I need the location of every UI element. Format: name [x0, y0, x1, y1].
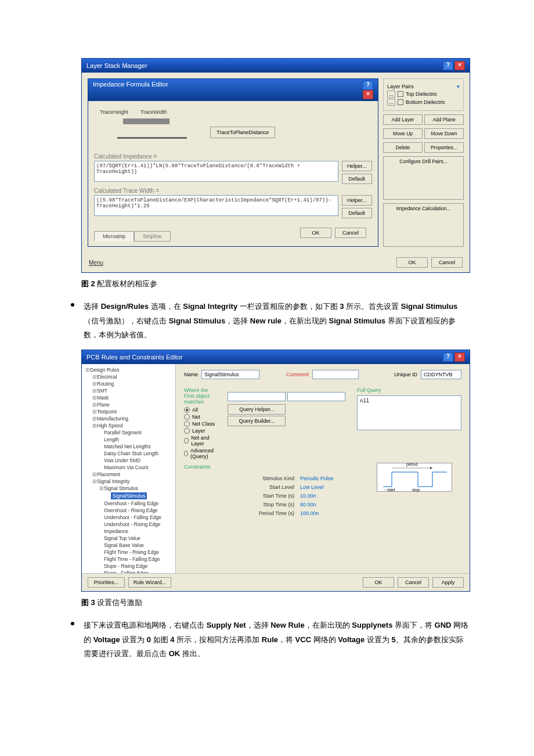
helper-button[interactable]: Helper... — [342, 195, 373, 206]
tree-item[interactable]: Maximum Via Count — [84, 464, 173, 471]
impedance-formula-editor: Impedance Formula Editor ? × TraceHeight… — [88, 78, 378, 247]
apply-button[interactable]: Apply — [432, 577, 464, 588]
scope-input-1[interactable] — [228, 392, 286, 401]
calc-tracewidth-label: Calculated Trace Width = — [94, 188, 372, 194]
query-builder-button[interactable]: Query Builder... — [228, 416, 286, 426]
tree-item-selected: SignalStimulus — [111, 492, 147, 499]
ok-button[interactable]: OK — [363, 577, 394, 588]
outer-title: Layer Stack Manager — [86, 62, 147, 69]
impedance-formula-input[interactable]: (87/SQRT(Er+1.41))*LN(5.98*TraceToPlaneD… — [94, 161, 338, 182]
tree-item[interactable]: Impedance — [84, 528, 173, 535]
default-button[interactable]: Default — [342, 208, 373, 218]
top-dielectric-checkbox[interactable] — [398, 91, 403, 97]
tree-item[interactable]: ⊞High Speed — [84, 422, 173, 429]
tracewidth-formula-input[interactable]: ((5.98*TraceToPlaneDistance/EXP(Characte… — [94, 195, 338, 216]
move-down-button[interactable]: Move Down — [424, 128, 464, 139]
tree-item[interactable]: Slope - Falling Edge — [84, 570, 173, 573]
trace-diagram: TraceHeight TraceWidth TraceToPlaneDista… — [94, 108, 372, 149]
trace-to-plane-button[interactable]: TraceToPlaneDistance — [210, 127, 275, 138]
bullet-icon — [71, 622, 74, 625]
svg-marker-1 — [430, 467, 432, 469]
tree-item[interactable]: Signal Top Value — [84, 535, 173, 542]
rules-tree[interactable]: ⊞Design Rules⊞Electrical⊞Routing⊞SMT⊞Mas… — [82, 364, 176, 573]
tree-item[interactable]: ⊞SMT — [84, 387, 173, 394]
properties-button[interactable]: Properties... — [424, 142, 464, 153]
tree-item[interactable]: ⊞Plane — [84, 401, 173, 408]
default-button[interactable]: Default — [342, 174, 373, 184]
scope-radio[interactable]: Net — [184, 414, 216, 420]
scope-radio[interactable]: All — [184, 407, 216, 413]
scope-radio[interactable]: Advanced (Query) — [184, 448, 216, 459]
tree-item[interactable]: Undershoot - Falling Edge — [84, 514, 173, 521]
tree-item[interactable]: Vias Under SMD — [84, 457, 173, 464]
close-icon[interactable]: × — [454, 61, 465, 70]
name-label: Name — [184, 372, 198, 377]
side-panel: Layer Pairs ▾ ...Top Dielectric ...Botto… — [383, 78, 464, 247]
tree-item[interactable]: ⊞Design Rules — [84, 366, 173, 373]
tree-item[interactable]: Parallel Segment — [84, 429, 173, 436]
rule-wizard-button[interactable]: Rule Wizard... — [128, 577, 171, 588]
close-icon[interactable]: × — [363, 90, 373, 99]
tree-item[interactable]: SignalStimulus — [84, 492, 173, 500]
figure-2-caption: 图 2 配置板材的相应参 — [81, 279, 470, 289]
query-helper-button[interactable]: Query Helper... — [228, 404, 286, 415]
scope-radio[interactable]: Layer — [184, 428, 216, 434]
rule-name-input[interactable] — [201, 370, 259, 379]
configure-drill-button[interactable]: Configure Drill Pairs... — [383, 156, 464, 200]
scope-radio[interactable]: Net and Layer — [184, 435, 216, 447]
cancel-button[interactable]: Cancel — [431, 257, 463, 268]
menu-link[interactable]: Menu — [89, 260, 103, 266]
delete-button[interactable]: Delete — [383, 142, 423, 153]
comment-input[interactable] — [312, 370, 359, 379]
add-plane-button[interactable]: Add Plane — [424, 114, 464, 125]
tree-item[interactable]: Length — [84, 436, 173, 443]
unique-id-label: Unique ID — [394, 372, 417, 377]
cancel-button[interactable]: Cancel — [398, 577, 429, 588]
tree-item[interactable]: ⊞Routing — [84, 380, 173, 387]
add-layer-button[interactable]: Add Layer — [383, 114, 423, 125]
tree-item[interactable]: Slope - Rising Edge — [84, 563, 173, 570]
diagram-label: TraceHeight — [100, 109, 128, 115]
scope-input-2[interactable] — [287, 392, 345, 401]
ok-button[interactable]: OK — [300, 228, 331, 238]
bottom-dielectric-label: Bottom Dielectric — [406, 99, 445, 105]
tree-item[interactable]: ⊞Manufacturing — [84, 415, 173, 422]
help-icon[interactable]: ? — [443, 61, 453, 70]
browse-icon[interactable]: ... — [387, 99, 395, 106]
tree-item[interactable]: ⊞Placement — [84, 471, 173, 478]
tree-item[interactable]: ⊞Signal Stimulus — [84, 485, 173, 492]
full-query-box[interactable]: All — [357, 395, 461, 430]
tree-item[interactable]: Flight Time - Falling Edge — [84, 556, 173, 563]
tab-stripline[interactable]: Stripline — [134, 231, 171, 242]
ok-button[interactable]: OK — [396, 257, 428, 268]
bullet-icon — [71, 303, 74, 307]
tree-item[interactable]: ⊞Testpoint — [84, 408, 173, 415]
bottom-dielectric-checkbox[interactable] — [398, 99, 403, 105]
tree-item[interactable]: Matched Net Lengths — [84, 443, 173, 450]
comment-label: Comment — [286, 372, 309, 377]
tree-item[interactable]: Overshoot - Rising Edge — [84, 507, 173, 514]
tree-item[interactable]: ⊞Signal Integrity — [84, 478, 173, 485]
tree-item[interactable]: Overshoot - Falling Edge — [84, 500, 173, 507]
tab-microstrip[interactable]: Microstrip — [94, 231, 134, 242]
diagram-label: TraceWidth — [140, 109, 167, 115]
unique-id-input[interactable] — [421, 370, 461, 379]
tree-item[interactable]: ⊞Mask — [84, 394, 173, 401]
tree-item[interactable]: Daisy Chain Stub Length — [84, 450, 173, 457]
browse-icon[interactable]: ... — [387, 91, 395, 98]
helper-button[interactable]: Helper... — [342, 161, 373, 171]
tree-item[interactable]: Undershoot - Rising Edge — [84, 521, 173, 528]
move-up-button[interactable]: Move Up — [383, 128, 423, 139]
scope-radio[interactable]: Net Class — [184, 421, 216, 427]
constraint-row: Stop Time (s)60.00n — [242, 502, 461, 507]
cancel-button[interactable]: Cancel — [335, 228, 366, 238]
impedance-calc-button[interactable]: Impedance Calculation... — [383, 203, 464, 247]
tree-item[interactable]: Signal Base Value — [84, 542, 173, 549]
tree-item[interactable]: ⊞Electrical — [84, 373, 173, 380]
help-icon[interactable]: ? — [363, 81, 373, 90]
priorities-button[interactable]: Priorities... — [88, 577, 125, 588]
tree-item[interactable]: Flight Time - Rising Edge — [84, 549, 173, 556]
close-icon[interactable]: × — [454, 352, 465, 362]
top-dielectric-label: Top Dielectric — [406, 91, 437, 97]
help-icon[interactable]: ? — [443, 352, 453, 362]
